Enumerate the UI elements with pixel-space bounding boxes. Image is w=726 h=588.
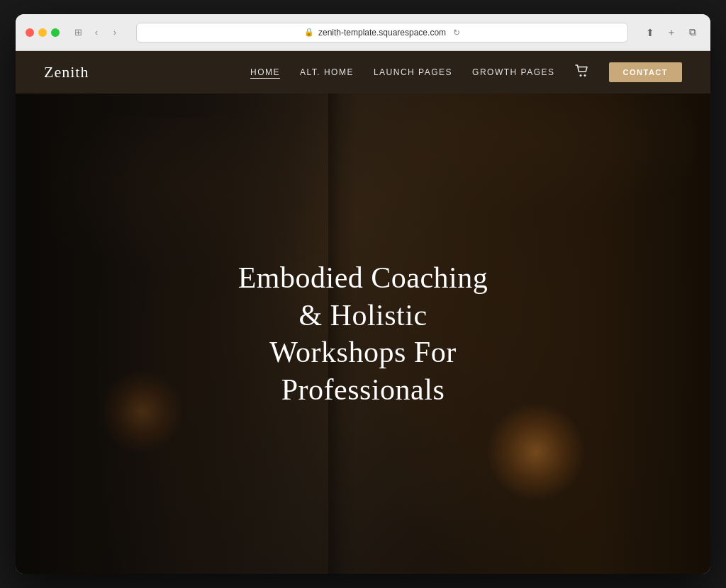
website: Zenith HOME ALT. HOME LAUNCH PAGES GROWT… <box>16 51 710 574</box>
hero-heading-line3: Workshops For <box>269 336 456 368</box>
hero-heading: Embodied Coaching & Holistic Workshops F… <box>221 259 505 408</box>
nav-link-home[interactable]: HOME <box>250 67 280 77</box>
share-icon[interactable]: ⬆ <box>642 25 658 40</box>
hero-heading-line4: Professionals <box>281 373 445 406</box>
browser-chrome: ⊞ ‹ › 🔒 zenith-template.squarespace.com … <box>16 14 710 51</box>
nav-link-growth-pages[interactable]: GROWTH PAGES <box>472 67 554 77</box>
hero-section: Embodied Coaching & Holistic Workshops F… <box>16 94 710 574</box>
page-list-icon[interactable]: ⊞ <box>71 26 85 40</box>
browser-actions: ⬆ ＋ ⧉ <box>642 25 700 40</box>
traffic-lights <box>26 28 60 37</box>
maximize-button[interactable] <box>51 28 60 37</box>
hero-heading-line2: & Holistic <box>298 299 427 332</box>
nav-links: HOME ALT. HOME LAUNCH PAGES GROWTH PAGES… <box>250 62 682 82</box>
svg-point-1 <box>583 74 586 77</box>
back-button[interactable]: ‹ <box>89 26 104 40</box>
svg-point-0 <box>579 74 581 77</box>
lock-icon: 🔒 <box>304 28 314 37</box>
navigation: Zenith HOME ALT. HOME LAUNCH PAGES GROWT… <box>16 51 710 94</box>
new-tab-icon[interactable]: ＋ <box>664 25 679 40</box>
nav-link-alt-home[interactable]: ALT. HOME <box>300 67 354 77</box>
nav-link-launch-pages[interactable]: LAUNCH PAGES <box>374 67 452 77</box>
minimize-button[interactable] <box>38 28 47 37</box>
reload-icon[interactable]: ↻ <box>453 28 460 38</box>
address-bar[interactable]: 🔒 zenith-template.squarespace.com ↻ <box>136 23 628 43</box>
browser-window: ⊞ ‹ › 🔒 zenith-template.squarespace.com … <box>16 14 710 574</box>
tabs-icon[interactable]: ⧉ <box>685 25 700 40</box>
forward-button[interactable]: › <box>108 26 122 40</box>
hero-content: Embodied Coaching & Holistic Workshops F… <box>221 259 505 408</box>
site-logo[interactable]: Zenith <box>44 63 89 81</box>
close-button[interactable] <box>26 28 34 37</box>
hero-heading-line1: Embodied Coaching <box>238 261 488 294</box>
cart-icon[interactable] <box>575 64 589 81</box>
contact-button[interactable]: CONTACT <box>609 62 682 82</box>
browser-controls: ⊞ ‹ › <box>71 26 122 40</box>
url-text: zenith-template.squarespace.com <box>318 28 446 38</box>
